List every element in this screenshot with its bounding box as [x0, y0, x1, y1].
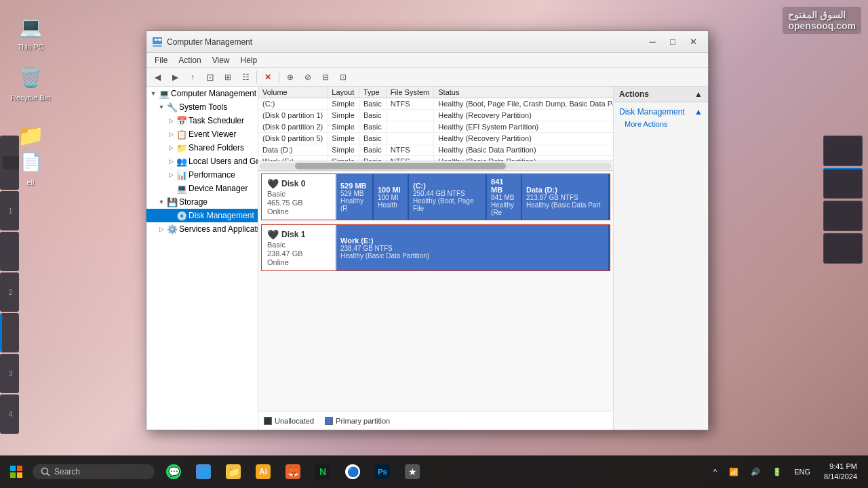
desktop-icon-recycle-bin[interactable]: 🗑️ Recycle Bin — [7, 61, 54, 104]
taskbar-chrome[interactable]: 🔵 — [339, 458, 366, 485]
side-task-5[interactable] — [0, 313, 19, 352]
table-row[interactable]: Work (E:)SimpleBasicNTFSHealthy (Basic D… — [258, 156, 613, 162]
table-row[interactable]: (C:)SimpleBasicNTFSHealthy (Boot, Page F… — [258, 98, 613, 110]
taskbar-ai[interactable]: Ai — [250, 458, 277, 485]
tree-disk-management[interactable]: 💿 Disk Management — [146, 209, 258, 222]
center-panel: Volume Layout Type File System Status (C… — [258, 87, 613, 430]
forward-button[interactable]: ▶ — [167, 70, 183, 85]
tree-system-tools[interactable]: ▼ 🔧 System Tools — [146, 100, 258, 114]
tree-task-scheduler[interactable]: ▷ 📅 Task Scheduler — [146, 114, 258, 127]
tree-shared-folders[interactable]: ▷ 📁 Shared Folders — [146, 141, 258, 155]
system-tray: ^ 📶 🔊 🔋 ENG 9:41 PM 8/14/2024 — [709, 459, 868, 485]
side-task-7[interactable]: 4 — [0, 394, 19, 434]
cell-status: Healthy (EFI System Partition) — [434, 121, 613, 133]
side-task-3[interactable] — [0, 232, 19, 271]
network-icon: 📶 — [729, 468, 738, 476]
col-volume: Volume — [258, 87, 328, 98]
tree-performance[interactable]: ▷ 📊 Performance — [146, 168, 258, 182]
tray-lang[interactable]: ENG — [790, 465, 814, 479]
disk0-part2[interactable]: (C:) 250.44 GB NTFS Healthy (Boot, Page … — [409, 174, 487, 220]
tree-services-apps[interactable]: ▷ ⚙️ Services and Applications — [146, 222, 258, 236]
taskbar-ps[interactable]: Ps — [369, 458, 396, 485]
tree-local-users[interactable]: ▷ 👥 Local Users and Groups — [146, 155, 258, 168]
prop-add-button[interactable]: ⊕ — [282, 70, 298, 85]
system-clock[interactable]: 9:41 PM 8/14/2024 — [818, 459, 863, 485]
actions-disk-management-title[interactable]: Disk Management ▲ — [614, 105, 708, 119]
tray-speaker[interactable]: 🔊 — [747, 465, 764, 479]
ev-label: Event Viewer — [189, 129, 236, 139]
taskbar-extra[interactable]: ★ — [399, 458, 426, 485]
view-list-button[interactable]: ☷ — [237, 70, 254, 85]
scroll-track[interactable] — [260, 163, 612, 169]
menu-view[interactable]: View — [207, 54, 235, 66]
tree-device-manager[interactable]: 💻 Device Manager — [146, 182, 258, 195]
thumb-1[interactable] — [823, 136, 863, 166]
back-button[interactable]: ◀ — [149, 70, 165, 85]
taskbar-globe[interactable]: 🌐 — [190, 458, 217, 485]
disk0-part0[interactable]: 529 MB 529 MB Healthy (R — [336, 174, 374, 220]
recycle-bin-label: Recycle Bin — [11, 94, 50, 102]
toolbar-sep-1 — [256, 71, 257, 83]
taskbar-folder[interactable]: 📁 — [220, 458, 247, 485]
menu-action[interactable]: Action — [173, 54, 206, 66]
ell-icon: 📄 — [17, 148, 44, 176]
tray-expand[interactable]: ^ — [709, 465, 721, 479]
more-actions-item[interactable]: More Actions — [614, 119, 708, 129]
desktop-icon-this-pc[interactable]: 💻 This PC — [7, 10, 54, 54]
disk1-part0[interactable]: Work (E:) 238.47 GB NTFS Healthy (Basic … — [336, 225, 610, 270]
show-hide-button[interactable]: ⊡ — [202, 70, 218, 85]
prop-box-button[interactable]: ⊡ — [335, 70, 351, 85]
side-task-2[interactable]: 1 — [0, 191, 19, 230]
cell-type: Basic — [359, 121, 386, 133]
table-row[interactable]: (Disk 0 partition 5)SimpleBasicHealthy (… — [258, 133, 613, 144]
disk0-icon: 🖤 — [267, 178, 279, 189]
side-task-6[interactable]: 3 — [0, 354, 19, 393]
cell-status: Healthy (Recovery Partition) — [434, 110, 613, 121]
perf-label: Performance — [189, 170, 235, 180]
disk0-size: 465.75 GB — [267, 199, 330, 207]
taskbar-whatsapp[interactable]: 💬 — [160, 458, 187, 485]
disk0-part1-name: 100 MI — [378, 186, 403, 194]
tree-storage[interactable]: ▼ 💾 Storage — [146, 195, 258, 209]
scrollbar-area[interactable] — [258, 161, 613, 171]
taskbar-firefox[interactable]: 🦊 — [279, 458, 307, 485]
taskbar-search[interactable]: Search — [33, 464, 155, 479]
minimize-button[interactable]: ─ — [643, 35, 662, 49]
tree-root[interactable]: ▼ 💻 Computer Management (Local) — [146, 87, 258, 100]
tray-battery[interactable]: 🔋 — [768, 465, 786, 479]
search-label: Search — [54, 467, 80, 476]
tray-network[interactable]: 📶 — [725, 465, 743, 479]
menu-file[interactable]: File — [149, 54, 173, 66]
scroll-thumb[interactable] — [295, 163, 506, 169]
side-task-1[interactable] — [0, 136, 19, 190]
side-task-4[interactable]: 2 — [0, 272, 19, 312]
svg-rect-7 — [17, 472, 22, 478]
up-button[interactable]: ↑ — [184, 70, 201, 85]
thumb-4[interactable] — [823, 233, 863, 264]
disk0-part3[interactable]: 841 MB 841 MB Healthy (Re — [487, 174, 522, 220]
col-status: Status — [434, 87, 613, 98]
speaker-icon: 🔊 — [751, 468, 760, 476]
recycle-bin-icon: 🗑️ — [17, 64, 44, 91]
sa-label: Services and Applications — [179, 224, 258, 234]
table-row[interactable]: (Disk 0 partition 1)SimpleBasicHealthy (… — [258, 110, 613, 121]
view-grid-button[interactable]: ⊞ — [220, 70, 236, 85]
maximize-button[interactable]: □ — [663, 35, 682, 49]
storage-label: Storage — [179, 197, 208, 207]
table-row[interactable]: (Disk 0 partition 2)SimpleBasicHealthy (… — [258, 121, 613, 133]
start-button[interactable] — [0, 455, 33, 488]
table-row[interactable]: Data (D:)SimpleBasicNTFSHealthy (Basic D… — [258, 144, 613, 156]
prop-remove-button[interactable]: ⊘ — [300, 70, 316, 85]
prop-minus-button[interactable]: ⊟ — [317, 70, 334, 85]
folder-taskbar-icon: 📁 — [226, 464, 241, 479]
x-button[interactable]: ✕ — [260, 70, 276, 85]
taskbar-n-app[interactable]: N — [309, 458, 336, 485]
tree-event-viewer[interactable]: ▷ 📋 Event Viewer — [146, 127, 258, 141]
close-button[interactable]: ✕ — [684, 35, 703, 49]
thumb-3[interactable] — [823, 201, 863, 231]
thumb-2[interactable] — [823, 168, 863, 199]
menu-help[interactable]: Help — [235, 54, 263, 66]
disk0-part4[interactable]: Data (D:) 213.87 GB NTFS Healthy (Basic … — [522, 174, 610, 220]
root-expand-icon: ▼ — [149, 89, 157, 98]
disk0-part1[interactable]: 100 MI 100 MI Health — [374, 174, 409, 220]
